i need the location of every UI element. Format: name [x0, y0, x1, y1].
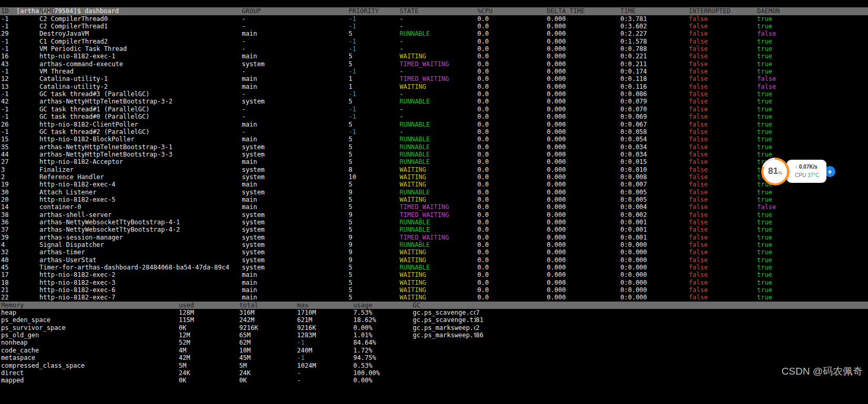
- cell-cpu: 0.0: [477, 189, 547, 196]
- table-row: -1GC task thread#3 (ParallelGC)--1-0.00.…: [0, 90, 868, 98]
- cell-group: main: [242, 286, 349, 294]
- cell-priority: 5: [349, 294, 400, 301]
- table-row: 26http-nio-8182-ClientPollermain5RUNNABL…: [0, 121, 868, 128]
- cell-interrupted: false: [689, 219, 757, 226]
- cell-group: system: [242, 211, 349, 219]
- cell-state: -: [400, 128, 477, 136]
- cell-daemon: true: [757, 106, 868, 113]
- cell-name: Catalina-utility-1: [39, 75, 242, 82]
- cell-used: 0K: [179, 324, 239, 332]
- cell-group: main: [242, 181, 349, 188]
- cell-id: 2: [1, 173, 39, 181]
- cell-delta-time: 0.000: [547, 211, 620, 219]
- cell-priority: 5: [349, 279, 400, 286]
- cell-priority: 5: [349, 158, 400, 165]
- cell-id: 4: [1, 241, 39, 248]
- cell-group: system: [242, 173, 349, 181]
- cell-max: 240M: [297, 347, 353, 354]
- cell-delta-time: 0.000: [547, 203, 620, 211]
- cell-delta-time: 0.000: [547, 166, 620, 173]
- cell-used: 128M: [179, 309, 239, 316]
- cell-delta-time: 0.000: [547, 151, 620, 158]
- cell-total: 62M: [239, 339, 297, 346]
- table-row: 14container-0main5TIMED_WAITING0.00.0000…: [0, 203, 868, 211]
- cell-total: 10M: [239, 347, 297, 354]
- cell-total: 0K: [239, 377, 297, 384]
- cell-interrupted: false: [689, 128, 757, 136]
- cell-total: 316M: [239, 309, 297, 316]
- cell-group: system: [242, 264, 349, 271]
- prompt-line: [arthas@2879584]$ dashboard: [0, 0, 868, 7]
- cell-delta-time: 0.000: [547, 113, 620, 120]
- cell-gc-name: [413, 347, 476, 354]
- cell-time: 0:0.116: [620, 83, 689, 90]
- column-header-used: used: [179, 302, 239, 309]
- cell-state: WAITING: [400, 279, 477, 286]
- cell-daemon: true: [757, 189, 868, 196]
- cell-name: arthas-shell-server: [39, 211, 242, 219]
- cell-memory-name: heap: [1, 309, 179, 316]
- cell-max: 1024M: [297, 362, 353, 369]
- cell-total: 24K: [239, 369, 297, 377]
- cell-state: TIMED_WAITING: [400, 203, 477, 211]
- net-speed-line: ↑ 0.07K/s: [795, 163, 826, 171]
- cell-name: GC task thread#2 (ParallelGC): [39, 128, 242, 136]
- cell-delta-time: 0.000: [547, 136, 620, 143]
- cell-gc-name: gc.ps_marksweep.time(ms): [413, 332, 476, 339]
- cell-id: 35: [1, 143, 39, 151]
- cell-cpu: 0.0: [477, 136, 547, 143]
- table-row: 16http-nio-8182-exec-1main5WAITING0.00.0…: [0, 53, 868, 60]
- cell-group: system: [242, 98, 349, 105]
- cell-name: Timer-for-arthas-dashboard-28484068-ba54…: [39, 264, 242, 271]
- cell-time: 0:0.034: [620, 151, 689, 158]
- cell-delta-time: 0.000: [547, 98, 620, 105]
- cell-cpu: 0.0: [477, 128, 547, 136]
- cell-gc-value: [476, 339, 868, 346]
- cell-state: RUNNABLE: [400, 189, 477, 196]
- table-row: 35arthas-NettyHttpTelnetBootstrap-3-1sys…: [0, 143, 868, 151]
- cell-state: WAITING: [400, 53, 477, 60]
- cell-interrupted: false: [689, 158, 757, 165]
- column-header-total: total: [239, 302, 297, 309]
- cell-interrupted: false: [689, 45, 757, 53]
- cell-interrupted: false: [689, 151, 757, 158]
- table-row: -1VM Thread--1-0.00.0000:0.174falsetrue: [0, 68, 868, 75]
- cell-gc-value: 81: [476, 316, 868, 324]
- cell-priority: -1: [349, 23, 400, 30]
- cell-id: 40: [1, 256, 39, 264]
- cell-cpu: 0.0: [477, 158, 547, 165]
- cell-cpu: 0.0: [477, 45, 547, 53]
- cell-id: 17: [1, 271, 39, 278]
- cell-interrupted: false: [689, 264, 757, 271]
- cell-time: 0:0.067: [620, 121, 689, 128]
- cell-id: 44: [1, 151, 39, 158]
- cell-used: 115M: [179, 316, 239, 324]
- table-row: mapped0K0K-0.00%: [0, 377, 868, 384]
- cell-interrupted: false: [689, 68, 757, 75]
- cell-interrupted: false: [689, 166, 757, 173]
- cell-daemon: true: [757, 286, 868, 294]
- cell-id: 26: [1, 121, 39, 128]
- cell-used: 42M: [179, 354, 239, 361]
- cell-interrupted: false: [689, 181, 757, 188]
- cell-state: RUNNABLE: [400, 264, 477, 271]
- cell-name: VM Periodic Task Thread: [39, 45, 242, 53]
- cell-time: 0:0.005: [620, 189, 689, 196]
- table-row: 22http-nio-8182-exec-7main5WAITING0.00.0…: [0, 294, 868, 301]
- cell-memory-name: ps_survivor_space: [1, 324, 179, 332]
- cell-priority: 5: [349, 98, 400, 105]
- table-row: 30Attach Listenersystem9RUNNABLE0.00.000…: [0, 189, 868, 196]
- cell-state: WAITING: [400, 256, 477, 264]
- table-row: 20http-nio-8182-exec-5main5WAITING0.00.0…: [0, 196, 868, 203]
- memory-usage-ball[interactable]: 81 %: [761, 158, 789, 185]
- table-row: 43arthas-command-executesystem5TIMED_WAI…: [0, 60, 868, 68]
- cell-daemon: true: [757, 98, 868, 105]
- cell-state: RUNNABLE: [400, 226, 477, 233]
- cell-usage: 84.64%: [353, 339, 413, 346]
- cell-interrupted: false: [689, 30, 757, 37]
- system-monitor-widget[interactable]: + ↑ 0.07K/s CPU 37°C 81 %: [760, 157, 839, 188]
- cell-interrupted: false: [689, 136, 757, 143]
- table-row: 18http-nio-8182-exec-3main5WAITING0.00.0…: [0, 279, 868, 286]
- cell-delta-time: 0.000: [547, 219, 620, 226]
- cell-gc-value: 2: [476, 324, 868, 332]
